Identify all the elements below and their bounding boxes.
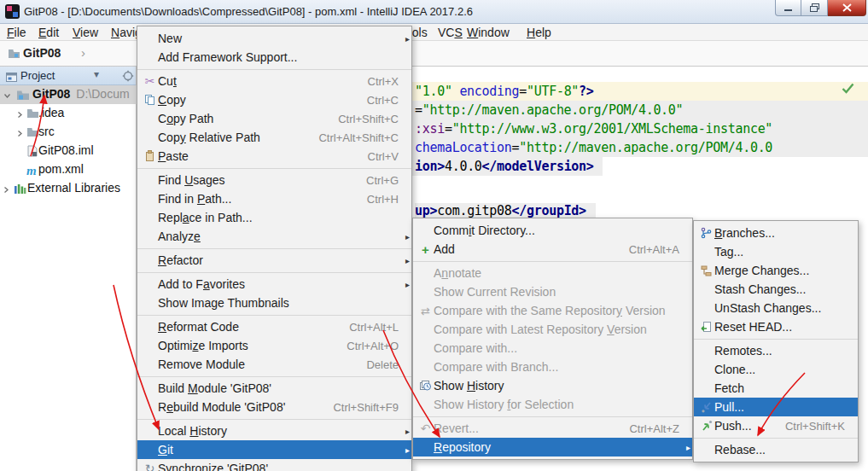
context-menu-item-show-image-thumbnails[interactable]: Show Image Thumbnails xyxy=(137,294,411,312)
inspection-ok-check-icon[interactable] xyxy=(842,82,854,97)
context-menu-item-new[interactable]: New▸ xyxy=(137,29,411,48)
menu-item-label: Cut xyxy=(158,74,177,88)
project-tab-icon xyxy=(4,70,20,84)
menu-item-label: Rebase... xyxy=(714,443,766,456)
menu-item-label: Add to Favorites xyxy=(158,277,245,291)
context-menu-item-replace-in-path[interactable]: Replace in Path... xyxy=(137,208,411,227)
menu-separator xyxy=(413,416,692,417)
context-menu-item-synchronize-gitp08[interactable]: ↻Synchronize 'GitP08' xyxy=(137,459,411,471)
repository-submenu-item-merge-changes[interactable]: Merge Changes... xyxy=(694,261,858,280)
project-panel-header[interactable]: Project ▾ xyxy=(0,67,136,85)
minimize-icon[interactable] xyxy=(775,0,801,16)
window-title: GitP08 - [D:\Documents\Downloads\Compres… xyxy=(24,5,473,18)
sync-icon: ↻ xyxy=(142,462,158,471)
scissors-icon: ✂ xyxy=(142,74,158,88)
branch-icon xyxy=(698,226,714,240)
tree-item-external-libraries[interactable]: External Libraries xyxy=(0,179,137,198)
context-menu-item-add-to-favorites[interactable]: Add to Favorites▸ xyxy=(137,275,411,294)
context-menu-item-copy-path[interactable]: Copy PathCtrl+Shift+C xyxy=(137,109,411,128)
menu-item-label: Compare with Branch... xyxy=(434,360,558,374)
menu-item-label: Show History xyxy=(434,379,504,392)
context-menu-item-refactor[interactable]: Refactor▸ xyxy=(137,251,411,270)
menu-item-label: Remotes... xyxy=(714,344,772,358)
repository-submenu-item-tag[interactable]: Tag... xyxy=(694,242,858,261)
tree-item-pom-xml[interactable]: mpom.xml xyxy=(0,160,137,179)
menu-item-label: Compare with... xyxy=(434,341,517,355)
context-menu-item-find-in-path[interactable]: Find in Path...Ctrl+H xyxy=(137,189,411,208)
repository-submenu-item-rebase[interactable]: Rebase... xyxy=(694,440,858,459)
git-submenu-item-commit-directory[interactable]: Commit Directory... xyxy=(413,221,692,240)
no-icon xyxy=(142,358,158,371)
context-menu-item-reformat-code[interactable]: Reformat CodeCtrl+Alt+L xyxy=(137,317,411,336)
menu-separator xyxy=(694,438,858,439)
git-submenu-item-compare-with-branch: Compare with Branch... xyxy=(413,358,692,376)
repository-submenu-item-pull[interactable]: Pull... xyxy=(694,398,858,416)
menubar-item-view[interactable]: View xyxy=(73,26,98,39)
repository-submenu-item-stash-changes[interactable]: Stash Changes... xyxy=(694,280,858,299)
repository-submenu-item-reset-head[interactable]: Reset HEAD... xyxy=(694,317,858,336)
no-icon xyxy=(417,440,434,454)
no-icon xyxy=(417,341,434,355)
menubar-item-window[interactable]: Window xyxy=(467,26,510,39)
tree-item-gitp08-iml[interactable]: GitP08.iml xyxy=(0,142,137,160)
repository-submenu-item-clone[interactable]: Clone... xyxy=(694,360,858,379)
context-menu-item-optimize-imports[interactable]: Optimize ImportsCtrl+Alt+O xyxy=(137,336,411,355)
context-menu-item-find-usages[interactable]: Find UsagesCtrl+G xyxy=(137,171,411,189)
restore-icon[interactable] xyxy=(801,0,828,16)
context-menu-item-rebuild-module-gitp08[interactable]: Rebuild Module 'GitP08'Ctrl+Shift+F9 xyxy=(137,398,411,416)
menubar-item-vcs[interactable]: VCS xyxy=(438,26,463,39)
menu-item-label: Copy Path xyxy=(158,112,213,125)
repository-submenu-item-remotes[interactable]: Remotes... xyxy=(694,341,858,360)
gear-icon[interactable] xyxy=(120,69,136,83)
context-menu-item-add-framework-support[interactable]: Add Framework Support... xyxy=(137,48,411,67)
context-menu-item-analyze[interactable]: Analyze▸ xyxy=(137,227,411,246)
context-menu-item-git[interactable]: Git▸ xyxy=(137,440,411,459)
menu-item-shortcut: Ctrl+V xyxy=(368,150,399,163)
no-icon xyxy=(142,381,158,395)
chevron-right-icon[interactable] xyxy=(16,108,24,121)
context-menu-item-copy[interactable]: CopyCtrl+C xyxy=(137,90,411,109)
git-submenu-item-show-history[interactable]: Show History xyxy=(413,376,692,395)
tree-item-label: External Libraries xyxy=(27,181,120,195)
tree-item-idea[interactable]: .idea xyxy=(0,104,137,123)
git-submenu-item-repository[interactable]: Repository▸ xyxy=(413,438,692,456)
git-submenu-item-compare-with-the-same-repository-version: ⇄Compare with the Same Repository Versio… xyxy=(413,301,692,320)
context-menu-item-copy-relative-path[interactable]: Copy Relative PathCtrl+Alt+Shift+C xyxy=(137,128,411,147)
folder-icon xyxy=(26,108,39,121)
context-menu-item-local-history[interactable]: Local History▸ xyxy=(137,422,411,440)
close-icon[interactable] xyxy=(828,0,866,16)
menubar-item-edit[interactable]: Edit xyxy=(38,26,59,39)
menu-item-shortcut: Ctrl+Alt+Z xyxy=(629,422,679,435)
paste-icon xyxy=(142,149,158,163)
menu-item-label: Branches... xyxy=(714,226,775,240)
menu-item-label: UnStash Changes... xyxy=(714,301,821,315)
chevron-right-icon[interactable] xyxy=(3,183,10,196)
menu-item-shortcut: Ctrl+Shift+K xyxy=(785,420,845,433)
git-submenu-item-add[interactable]: +AddCtrl+Alt+A xyxy=(413,240,692,259)
menu-separator xyxy=(137,168,411,169)
context-menu-item-paste[interactable]: PasteCtrl+V xyxy=(137,147,411,166)
repository-submenu-item-unstash-changes[interactable]: UnStash Changes... xyxy=(694,299,858,317)
tree-item-src[interactable]: src xyxy=(0,123,137,142)
submenu-arrow-icon: ▸ xyxy=(399,232,410,241)
menu-item-label: Tag... xyxy=(714,245,743,259)
merge-icon xyxy=(698,264,714,277)
context-menu-item-remove-module[interactable]: Remove ModuleDelete xyxy=(137,355,411,374)
context-menu-item-build-module-gitp08[interactable]: Build Module 'GitP08' xyxy=(137,379,411,398)
repository-submenu-item-fetch[interactable]: Fetch xyxy=(694,379,858,398)
submenu-arrow-icon: ▸ xyxy=(399,34,410,44)
repository-submenu-item-push[interactable]: Push...Ctrl+Shift+K xyxy=(694,416,858,435)
repository-submenu-item-branches[interactable]: Branches... xyxy=(694,224,858,242)
breadcrumb[interactable]: GitP08 xyxy=(23,46,61,60)
project-view-dropdown-icon[interactable]: ▾ xyxy=(94,68,99,80)
push-icon xyxy=(698,419,714,433)
menubar-item-help[interactable]: Help xyxy=(527,26,551,39)
menubar-item-file[interactable]: File xyxy=(7,26,26,39)
context-menu-item-cut[interactable]: ✂CutCtrl+X xyxy=(137,72,411,90)
menu-item-label: Clone... xyxy=(714,363,755,376)
compare-icon: ⇄ xyxy=(417,304,434,317)
code-line: :xsi="http://www.w3.org/2001/XMLSchema-i… xyxy=(415,121,772,137)
chevron-right-icon[interactable] xyxy=(16,126,24,140)
tree-item-gitp08[interactable]: GitP08D:\Docum xyxy=(0,85,137,104)
chevron-down-icon[interactable] xyxy=(3,89,11,102)
